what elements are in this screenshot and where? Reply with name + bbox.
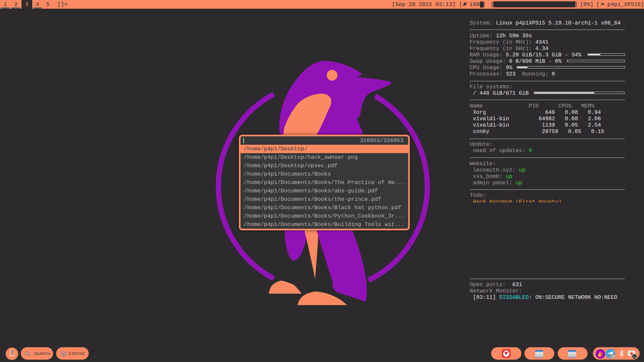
svg-text:..26: ..26 — [609, 354, 615, 358]
svg-text:21: 21 — [633, 355, 636, 358]
